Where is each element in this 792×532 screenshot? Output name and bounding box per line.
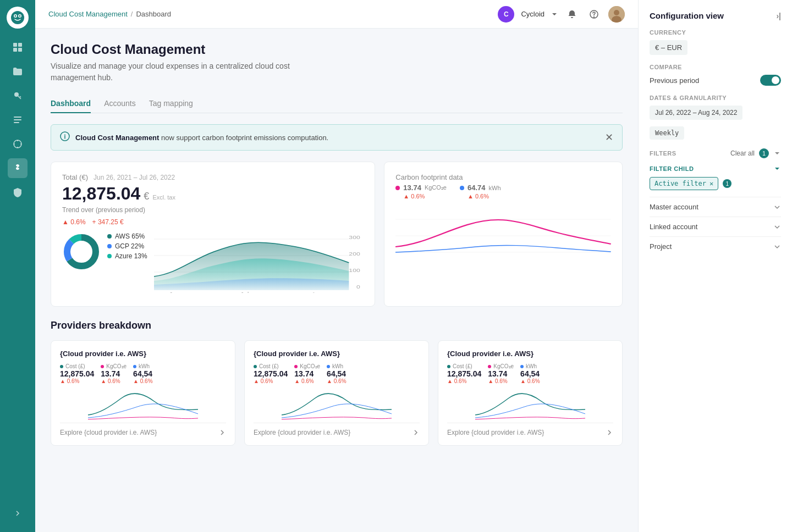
help-icon[interactable]	[586, 7, 602, 22]
svg-point-3	[15, 15, 16, 17]
filters-label: FILTERS	[650, 150, 676, 157]
providers-section: Providers breakdown {Cloud provider i.e.…	[51, 320, 623, 446]
sidebar-icon-list[interactable]	[8, 110, 28, 130]
banner-close-btn[interactable]: ✕	[605, 132, 613, 142]
stats-chart-wrap: AWS 65% GCP 22% Azure 13%	[62, 232, 364, 295]
user-name: Cycloid	[521, 10, 544, 18]
compare-toggle[interactable]	[760, 75, 781, 86]
user-dropdown-icon[interactable]	[551, 11, 558, 18]
filter-count: 1	[759, 148, 769, 158]
filter-child-section: FILTER CHILD Active filter ✕ 1	[650, 165, 781, 190]
topbar: Cloud Cost Management / Dashboard C Cycl…	[35, 0, 638, 29]
provider-3-chart	[447, 387, 613, 420]
kwh-unit: kWh	[489, 185, 501, 191]
co2-value: 13.74	[403, 184, 421, 192]
svg-point-15	[594, 16, 595, 17]
dashboard-top: Total (€) Jun 26, 2021 – Jul 26, 2022 12…	[51, 162, 623, 307]
master-account-chevron	[773, 203, 781, 211]
active-filter-chip[interactable]: Active filter ✕	[650, 177, 718, 190]
date-range-chip[interactable]: Jul 26, 2022 – Aug 24, 2022	[650, 106, 743, 120]
logo[interactable]	[7, 7, 29, 29]
filters-section: FILTERS Clear all 1 FILTER CHILD Active …	[650, 148, 781, 256]
main-wrapper: Cloud Cost Management / Dashboard C Cycl…	[35, 0, 792, 532]
legend-gcp: GCP 22%	[107, 242, 147, 250]
provider-card-2: {Cloud provider i.e. AWS} Cost (£) 12,87…	[244, 340, 429, 446]
config-expand-icon[interactable]: ›|	[776, 12, 781, 20]
breadcrumb-parent[interactable]: Cloud Cost Management	[48, 10, 128, 18]
stats-value: 12,875.04	[62, 184, 140, 204]
filter-row-project[interactable]: Project	[650, 236, 781, 256]
svg-point-24	[71, 241, 92, 262]
legend-aws-label: AWS 65%	[115, 232, 145, 240]
sidebar-expand-btn[interactable]	[8, 506, 28, 521]
dot-gcp	[107, 244, 112, 248]
filters-collapse-icon[interactable]	[773, 149, 781, 157]
config-panel: Configuration view ›| CURRENCY € – EUR C…	[638, 0, 792, 532]
svg-text:100: 100	[349, 268, 360, 273]
explore-1-link[interactable]: Explore {cloud provider i.e. AWS}	[60, 423, 226, 436]
carbon-metrics: 13.74 KgCO₂e ▲ 0.6% 64.74 kWh ▲ 0.6%	[395, 184, 611, 199]
dot-azure	[107, 254, 112, 258]
svg-rect-10	[14, 117, 21, 118]
stats-currency: €	[144, 191, 149, 202]
compare-toggle-label: Previous period	[650, 76, 699, 85]
p1-kwh: kWh 64,54 ▲ 0.6%	[133, 363, 152, 384]
sidebar-icon-compass[interactable]	[8, 134, 28, 154]
filter-row-master[interactable]: Master account	[650, 197, 781, 217]
legend: AWS 65% GCP 22% Azure 13%	[107, 232, 147, 295]
provider-3-metrics: Cost (£) 12,875.04 ▲ 0.6% KgCO₂e 13.74 ▲…	[447, 363, 613, 384]
user-photo[interactable]	[608, 6, 625, 23]
explore-2-link[interactable]: Explore {cloud provider i.e. AWS}	[254, 423, 420, 436]
legend-azure-label: Azure 13%	[115, 252, 147, 260]
currency-value[interactable]: € – EUR	[650, 40, 688, 55]
compare-toggle-row: Previous period	[650, 75, 781, 86]
project-chevron	[773, 243, 781, 251]
legend-gcp-label: GCP 22%	[115, 242, 144, 250]
svg-rect-7	[13, 48, 17, 52]
chip-close[interactable]: ✕	[710, 180, 713, 187]
tabs: Dashboard Accounts Tag mapping	[51, 95, 623, 113]
provider-1-chart	[60, 387, 226, 420]
tab-dashboard[interactable]: Dashboard	[51, 95, 91, 113]
filter-child-collapse-icon[interactable]	[773, 165, 781, 173]
carbon-card-header: Carbon footprint data	[395, 173, 611, 181]
sidebar-icon-shield[interactable]	[8, 182, 28, 202]
trend-label: Trend over (previous period)	[62, 206, 364, 214]
compare-section: COMPARE Previous period	[650, 64, 781, 86]
sidebar-icon-dollar[interactable]	[8, 158, 28, 178]
info-banner: Cloud Cost Management now support carbon…	[51, 124, 623, 151]
provider-card-1: {Cloud provider i.e. AWS} Cost (£) 12,87…	[51, 340, 235, 446]
notification-icon[interactable]	[564, 7, 580, 22]
filters-header: FILTERS Clear all 1	[650, 148, 781, 158]
page-content: Cloud Cost Management Visualize and mana…	[35, 29, 638, 459]
page-subtitle: Visualize and manage your cloud expenses…	[51, 60, 623, 84]
explore-3-link[interactable]: Explore {cloud provider i.e. AWS}	[447, 423, 613, 436]
carbon-title: Carbon footprint data	[395, 173, 463, 181]
legend-aws: AWS 65%	[107, 232, 147, 240]
svg-point-17	[614, 10, 619, 15]
p1-co2: KgCO₂e 13.74 ▲ 0.6%	[101, 363, 127, 384]
dot-kwh	[460, 186, 464, 190]
sidebar-icon-folder[interactable]	[8, 62, 28, 81]
info-icon	[60, 131, 70, 143]
svg-rect-6	[18, 43, 22, 47]
p3-kwh: kWh 64,54 ▲ 0.6%	[520, 363, 540, 384]
breadcrumb: Cloud Cost Management / Dashboard	[48, 10, 171, 18]
clear-all-btn[interactable]: Clear all	[730, 149, 755, 157]
explore-1-arrow	[218, 429, 226, 436]
total-stats-card: Total (€) Jun 26, 2021 – Jul 26, 2022 12…	[51, 162, 375, 307]
trend-pct: ▲ 0.6%	[62, 218, 86, 226]
tab-accounts[interactable]: Accounts	[104, 95, 136, 113]
provider-1-title: {Cloud provider i.e. AWS}	[60, 350, 226, 358]
sidebar-icon-credentials[interactable]	[8, 86, 28, 106]
svg-text:Jul: Jul	[240, 291, 249, 293]
filter-row-linked[interactable]: Linked account	[650, 217, 781, 236]
co2-trend: ▲ 0.6%	[395, 193, 447, 199]
dates-section: DATES & GRANULARITY Jul 26, 2022 – Aug 2…	[650, 95, 781, 140]
svg-text:300: 300	[349, 235, 360, 240]
tab-tag-mapping[interactable]: Tag mapping	[149, 95, 193, 113]
carbon-chart	[395, 208, 611, 258]
topbar-right: C Cycloid	[498, 6, 625, 23]
sidebar-icon-grid[interactable]	[8, 37, 28, 57]
granularity-chip[interactable]: Weekly	[650, 126, 684, 140]
